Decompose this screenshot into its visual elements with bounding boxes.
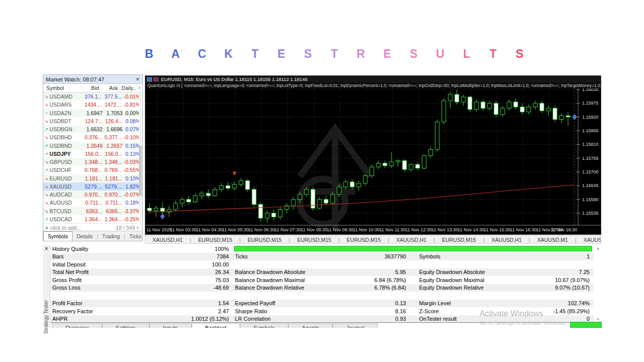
- chart-tab[interactable]: EURUSD,M15: [191, 237, 239, 243]
- candle-body: [383, 163, 387, 166]
- chart-tab[interactable]: EURUSD,M15: [290, 237, 339, 243]
- tester-tab-inputs[interactable]: Inputs: [149, 323, 192, 328]
- click-to-add-label: click to add...: [50, 225, 116, 231]
- bid-value: 0.970...: [84, 192, 104, 198]
- market-watch-row[interactable]: ↗USDCAD1.364...1.364...-0.25%: [43, 215, 142, 223]
- market-watch-row[interactable]: ↗USDBND1.26491.26570.15%: [43, 142, 142, 150]
- column-header-symbol[interactable]: Symbol: [43, 85, 82, 91]
- chart-bars-icon: [153, 77, 158, 81]
- bid-value: 156.0...: [84, 151, 104, 157]
- tester-tab-symbols[interactable]: Symbols: [240, 323, 288, 328]
- market-watch-row[interactable]: ↘AUDCAD0.970...0.970...-0.07%: [43, 191, 142, 199]
- candle-body: [559, 116, 564, 119]
- scroll-up-icon[interactable]: ˄: [597, 246, 599, 251]
- symbol-name: USDCAD: [50, 216, 84, 222]
- chart-tab[interactable]: XAUUSD,H1: [145, 237, 190, 243]
- market-watch-row[interactable]: ↘EURUSD1.181...1.181...0.10%: [43, 174, 142, 183]
- candle-body: [435, 122, 439, 150]
- chart-tab[interactable]: EURUSD,M15: [435, 237, 483, 243]
- stat-value: 6.84 (6.78%): [374, 277, 406, 283]
- tester-tab-settings[interactable]: Settings: [102, 323, 149, 328]
- trend-up-icon: ↗: [43, 217, 50, 222]
- strategy-tester-vertical-label[interactable]: Strategy Tester: [43, 258, 50, 334]
- market-watch-row[interactable]: ↘GBPUSD1.348...1.348...-0.03%: [43, 158, 142, 166]
- ask-value: 1.2657: [104, 143, 124, 149]
- ask-value: 0.769...: [104, 167, 124, 173]
- chart-tab[interactable]: EURUSD,M15: [240, 237, 289, 243]
- chart-background: [145, 88, 601, 234]
- market-watch-row[interactable]: ↘USDBDT124.7...126.4...0.08%: [43, 117, 142, 125]
- symbol-name: USDCHF: [50, 167, 84, 173]
- tester-cell: Balance Drawdown Relative6.78% (6.84): [235, 284, 406, 292]
- price-axis-label: 1.15700: [582, 169, 599, 174]
- stat-value: 7384: [217, 253, 229, 259]
- bid-value: 124.7...: [84, 118, 104, 124]
- market-watch-row[interactable]: ↗USDCHF0.768...0.769...-0.55%: [43, 166, 142, 174]
- candle-body: [474, 102, 478, 110]
- market-watch-row[interactable]: ↘USDBHD0.376...0.377...-0.10%: [43, 133, 142, 141]
- market-watch-row[interactable]: ↗USDBGN1.66321.66960.07%: [43, 125, 142, 133]
- market-watch-tab-trading[interactable]: Trading: [98, 231, 124, 241]
- trend-up-icon: ↗: [43, 167, 50, 172]
- scrollbar-thumb[interactable]: [139, 146, 142, 196]
- tester-gap-row: [50, 292, 594, 300]
- tester-tab-overview[interactable]: Overview: [52, 323, 102, 328]
- chart-tab[interactable]: EURUSD,M15: [340, 237, 388, 243]
- symbol-name: USDBHD: [50, 134, 84, 140]
- market-watch-row[interactable]: ↘AUDUSD0.711...0.711...0.18%: [43, 199, 142, 207]
- stat-value: 3637790: [384, 253, 406, 259]
- time-axis-label: 11 Nov 15:30: [484, 227, 511, 232]
- time-axis-label: 11 Nov 03:30: [170, 227, 197, 232]
- candle-body: [501, 108, 505, 114]
- tester-tab-backtest[interactable]: Backtest: [192, 323, 240, 328]
- time-axis-label: 11 Nov 04:30: [196, 227, 223, 232]
- symbol-name: USDBGN: [50, 126, 84, 132]
- candlestick-chart[interactable]: 1.160301.159751.159201.158651.158101.157…: [145, 88, 601, 234]
- market-watch-tab-details[interactable]: Details: [72, 231, 97, 241]
- chart-tab[interactable]: XAUUSD,H1: [389, 237, 434, 243]
- candle-body: [409, 164, 413, 169]
- candle-body: [448, 95, 452, 101]
- market-watch-tab-ticks[interactable]: Ticks: [125, 231, 145, 241]
- chart-tab[interactable]: XAUUSD,M5: [577, 237, 601, 243]
- scroll-up-icon[interactable]: ˄: [136, 85, 142, 90]
- trend-up-icon: ↗: [43, 127, 50, 132]
- market-watch-tab-symbols[interactable]: Symbols: [43, 231, 72, 241]
- stat-label: Equity Drawdown Absolute: [419, 269, 485, 275]
- market-watch-row[interactable]: •USDAZN1.69471.70530.00%: [43, 109, 142, 117]
- close-icon[interactable]: ✕: [136, 76, 140, 82]
- market-watch-row[interactable]: ↘XAUUSD5279....5279....1.82%: [43, 183, 142, 191]
- chart-tab[interactable]: XAUUSD,M1: [530, 237, 575, 243]
- scroll-down-icon[interactable]: ˅: [136, 225, 142, 230]
- column-header-bid[interactable]: Bid: [82, 85, 101, 91]
- title-letter: A: [163, 47, 189, 61]
- ask-value: 6365...: [104, 208, 124, 214]
- market-watch-add-row[interactable]: + click to add... 18 / 349 ˅: [43, 223, 142, 231]
- stat-label: Margin Level: [419, 300, 451, 306]
- market-watch-row[interactable]: ↘USDARS1434....1472....-0.81%: [43, 101, 142, 109]
- market-watch-row[interactable]: ↗USDJPY156.0...156.0...0.13%: [43, 150, 142, 158]
- market-watch-row[interactable]: ↘USDAMD376.1...377.5...-0.01%: [43, 93, 142, 101]
- time-axis-label: 11 Nov 10:30: [353, 227, 380, 232]
- plus-icon: +: [43, 225, 50, 231]
- stat-label: Balance Drawdown Absolute: [235, 269, 305, 275]
- column-header-ask[interactable]: Ask: [101, 85, 120, 91]
- chart-tab-strip: XAUUSD,H1|EURUSD,M15|EURUSD,M15|EURUSD,M…: [145, 235, 601, 244]
- tester-cell: Recovery Factor2.47: [52, 307, 229, 315]
- tester-tab-journal[interactable]: Journal: [333, 323, 378, 328]
- tester-tab-agents[interactable]: Agents: [288, 323, 333, 328]
- scroll-down-icon[interactable]: ˅: [597, 317, 599, 322]
- market-watch-scrollbar[interactable]: [139, 93, 142, 225]
- market-watch-row[interactable]: ↘BTCUSD6363...6365...-3.37%: [43, 207, 142, 215]
- candle-body: [304, 190, 308, 195]
- tester-row: Gross Profit75.03Balance Drawdown Maxima…: [50, 276, 594, 284]
- bid-value: 1.2649: [84, 143, 104, 149]
- stat-value: 1: [587, 253, 590, 259]
- column-header-daily[interactable]: Daily...: [120, 85, 136, 91]
- candle-body: [278, 210, 282, 217]
- stat-label: Ticks: [235, 253, 248, 259]
- close-icon[interactable]: ✕: [44, 246, 48, 251]
- chart-tab[interactable]: XAUUSD,H1: [485, 237, 529, 243]
- candle-body: [259, 205, 263, 218]
- candle-body: [514, 102, 518, 107]
